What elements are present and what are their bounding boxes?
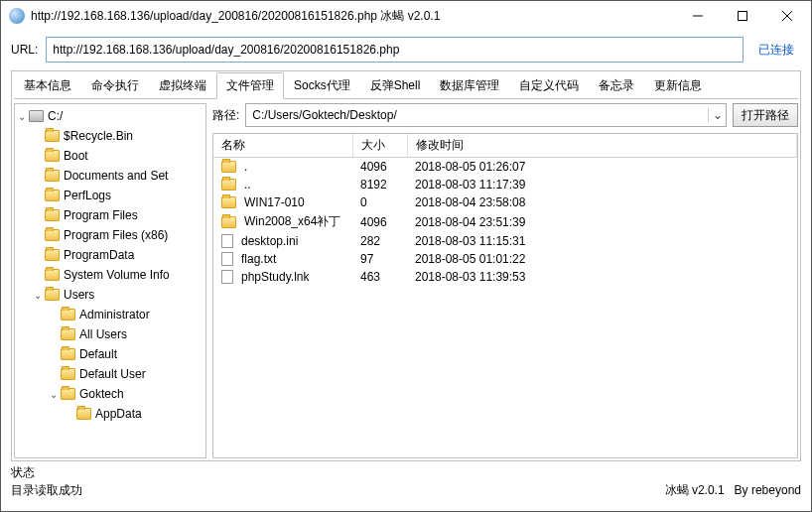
table-row[interactable]: phpStudy.lnk4632018-08-03 11:39:53: [213, 268, 797, 286]
close-button[interactable]: [764, 2, 809, 30]
file-name: ..: [244, 178, 251, 192]
file-mtime: 2018-08-03 11:15:31: [407, 232, 797, 250]
maximize-button[interactable]: [720, 2, 764, 30]
path-combo[interactable]: ⌄: [245, 103, 727, 127]
tree-node[interactable]: PerfLogs: [15, 186, 205, 205]
file-mtime: 2018-08-03 11:17:39: [407, 176, 797, 193]
file-size: 0: [352, 193, 407, 211]
file-name: phpStudy.lnk: [241, 270, 310, 284]
tree-label: All Users: [79, 327, 127, 341]
file-name: WIN17-010: [244, 195, 305, 209]
table-row[interactable]: WIN17-01002018-08-04 23:58:08: [213, 193, 797, 211]
tab-3[interactable]: 文件管理: [216, 72, 284, 99]
tree-label: Default User: [79, 367, 146, 381]
table-row[interactable]: Win2008_x64补丁40962018-08-04 23:51:39: [213, 211, 797, 232]
file-mtime: 2018-08-04 23:51:39: [407, 211, 797, 232]
tree-node[interactable]: System Volume Info: [15, 265, 205, 285]
tab-2[interactable]: 虚拟终端: [149, 72, 216, 98]
folder-icon: [221, 179, 236, 191]
file-icon: [221, 270, 233, 284]
tree-node[interactable]: ⌄C:/: [15, 106, 205, 126]
status-message: 目录读取成功: [11, 482, 82, 499]
main-panel: 基本信息命令执行虚拟终端文件管理Socks代理反弹Shell数据库管理自定义代码…: [11, 70, 801, 461]
chevron-down-icon[interactable]: ⌄: [47, 389, 61, 400]
table-row[interactable]: desktop.ini2822018-08-03 11:15:31: [213, 232, 797, 250]
path-input[interactable]: [246, 104, 708, 126]
table-row[interactable]: flag.txt972018-08-05 01:01:22: [213, 250, 797, 268]
svg-rect-1: [738, 12, 746, 21]
folder-icon: [61, 348, 75, 360]
chevron-down-icon[interactable]: ⌄: [708, 108, 726, 122]
table-row[interactable]: ..81922018-08-03 11:17:39: [213, 176, 797, 193]
open-path-button[interactable]: 打开路径: [733, 103, 798, 127]
folder-icon: [45, 269, 60, 281]
tree-node[interactable]: $Recycle.Bin: [15, 126, 205, 146]
tree-node[interactable]: ⌄Users: [15, 285, 205, 305]
url-label: URL:: [11, 43, 38, 57]
tree-node[interactable]: Default: [15, 344, 205, 364]
tree-label: Administrator: [79, 308, 150, 321]
minimize-button[interactable]: [675, 2, 720, 30]
tab-4[interactable]: Socks代理: [284, 72, 360, 98]
folder-icon: [221, 216, 236, 228]
folder-icon: [61, 368, 75, 380]
tree-label: PerfLogs: [64, 189, 111, 202]
file-mtime: 2018-08-04 23:58:08: [407, 193, 797, 211]
tree-label: Program Files: [64, 208, 138, 222]
folder-icon: [45, 249, 60, 261]
path-row: 路径: ⌄ 打开路径: [212, 103, 798, 127]
path-label: 路径:: [212, 107, 239, 124]
col-size[interactable]: 大小: [352, 134, 407, 158]
tree-label: Documents and Set: [64, 169, 168, 183]
brand-text: 冰蝎 v2.0.1 By rebeyond: [665, 482, 801, 499]
table-row[interactable]: .40962018-08-05 01:26:07: [213, 158, 797, 177]
tab-6[interactable]: 数据库管理: [430, 72, 509, 98]
file-mtime: 2018-08-03 11:39:53: [407, 268, 797, 286]
tree-label: C:/: [48, 109, 63, 123]
col-mtime[interactable]: 修改时间: [407, 134, 797, 158]
file-mtime: 2018-08-05 01:01:22: [407, 250, 797, 268]
chevron-down-icon[interactable]: ⌄: [31, 290, 45, 301]
tree-label: AppData: [95, 407, 142, 421]
drive-icon: [29, 110, 44, 122]
chevron-down-icon[interactable]: ⌄: [15, 111, 29, 122]
tab-7[interactable]: 自定义代码: [509, 72, 589, 98]
tree-label: System Volume Info: [64, 268, 170, 282]
folder-icon: [45, 209, 60, 221]
tree-node[interactable]: Default User: [15, 364, 205, 384]
tab-5[interactable]: 反弹Shell: [360, 72, 431, 98]
file-size: 4096: [352, 158, 407, 177]
connection-status: 已连接: [751, 42, 801, 59]
folder-icon: [76, 408, 91, 420]
status-bar: 状态 目录读取成功 冰蝎 v2.0.1 By rebeyond: [1, 461, 811, 501]
file-name: .: [244, 160, 247, 174]
file-size: 97: [352, 250, 407, 268]
file-name: Win2008_x64补丁: [244, 213, 340, 230]
tree-label: $Recycle.Bin: [64, 129, 133, 143]
tree-node[interactable]: Boot: [15, 146, 205, 166]
folder-icon: [61, 328, 75, 340]
tree-node[interactable]: Program Files (x86): [15, 225, 205, 245]
tree-node[interactable]: All Users: [15, 324, 205, 344]
folder-icon: [45, 150, 60, 162]
tree-node[interactable]: Program Files: [15, 205, 205, 225]
tree-node[interactable]: Administrator: [15, 305, 205, 324]
file-mtime: 2018-08-05 01:26:07: [407, 158, 797, 177]
file-size: 4096: [352, 211, 407, 232]
tab-1[interactable]: 命令执行: [81, 72, 149, 98]
tree-node[interactable]: Documents and Set: [15, 166, 205, 186]
tab-0[interactable]: 基本信息: [14, 72, 81, 98]
tree-node[interactable]: ProgramData: [15, 245, 205, 265]
folder-icon: [61, 388, 75, 400]
url-input[interactable]: [46, 37, 744, 63]
tree-label: Boot: [64, 149, 88, 163]
folder-tree[interactable]: ⌄C:/$Recycle.BinBootDocuments and SetPer…: [14, 103, 206, 458]
file-list[interactable]: 名称 大小 修改时间 .40962018-08-05 01:26:07..819…: [212, 133, 798, 458]
title-bar: http://192.168.168.136/upload/day_200816…: [1, 1, 811, 31]
tab-8[interactable]: 备忘录: [589, 72, 644, 98]
col-name[interactable]: 名称: [213, 134, 352, 158]
tree-node[interactable]: AppData: [15, 404, 205, 424]
tree-label: Default: [79, 347, 117, 361]
tree-node[interactable]: ⌄Goktech: [15, 384, 205, 404]
tab-9[interactable]: 更新信息: [644, 72, 712, 98]
